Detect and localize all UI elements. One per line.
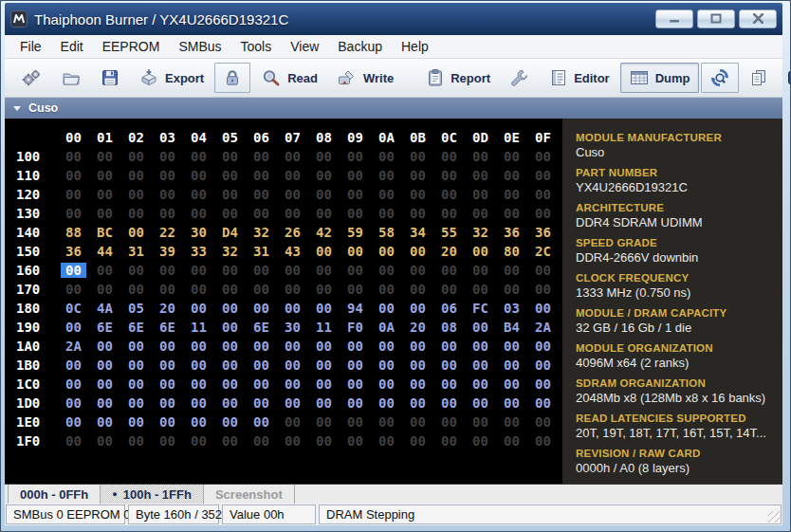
hex-cell[interactable]: 00: [496, 149, 527, 164]
hex-cell[interactable]: 00: [371, 206, 402, 221]
hex-cell[interactable]: 00: [340, 414, 371, 430]
hex-cell[interactable]: 2A: [58, 339, 89, 354]
hex-cell[interactable]: 00: [152, 376, 183, 392]
hex-cell[interactable]: 00: [371, 339, 402, 354]
hex-cell[interactable]: 00: [89, 263, 120, 278]
hex-cell[interactable]: 00: [496, 168, 527, 183]
hex-cell[interactable]: 00: [371, 282, 402, 297]
hex-cell[interactable]: 00: [183, 339, 214, 354]
report-button[interactable]: Report: [417, 63, 499, 93]
hex-cell[interactable]: 00: [433, 358, 465, 373]
editor-button[interactable]: Editor: [541, 63, 618, 93]
hex-cell[interactable]: 00: [496, 187, 527, 202]
hex-cell[interactable]: 00: [465, 339, 496, 354]
hex-cell[interactable]: 00: [496, 433, 527, 449]
hex-cell[interactable]: 6E: [152, 320, 183, 335]
hex-cell[interactable]: 00: [58, 206, 89, 221]
hex-cell[interactable]: 00: [465, 206, 496, 221]
hex-cell[interactable]: 00: [402, 187, 433, 202]
hex-cell[interactable]: 00: [277, 376, 308, 392]
copy-button[interactable]: [741, 63, 777, 93]
hex-cell[interactable]: 94: [340, 301, 371, 316]
hex-cell[interactable]: 00: [214, 187, 246, 202]
hex-cell[interactable]: 00: [308, 263, 340, 278]
save-button[interactable]: [92, 63, 128, 93]
hex-cell[interactable]: 00: [433, 168, 465, 183]
hex-cell[interactable]: 00: [340, 376, 371, 392]
hex-cell[interactable]: 00: [214, 414, 246, 430]
hex-cell[interactable]: 00: [214, 263, 246, 278]
hex-cell[interactable]: 00: [246, 282, 277, 297]
hex-cell[interactable]: 00: [527, 376, 559, 392]
hex-cell[interactable]: FC: [465, 301, 496, 316]
hex-cell[interactable]: 59: [340, 225, 371, 240]
hex-cell[interactable]: 55: [433, 225, 465, 240]
hex-cell[interactable]: 00: [433, 149, 465, 164]
hex-cell[interactable]: 00: [371, 301, 402, 316]
hex-cell[interactable]: 26: [277, 225, 308, 240]
tools-button[interactable]: [501, 63, 539, 93]
hex-cell[interactable]: 00: [214, 301, 246, 316]
hex-cell[interactable]: 00: [89, 358, 120, 373]
settings-button[interactable]: [12, 63, 50, 93]
hex-cell[interactable]: 00: [120, 433, 152, 449]
hex-cell[interactable]: 0A: [371, 320, 402, 335]
hex-cell[interactable]: 00: [433, 339, 465, 354]
hex-cell[interactable]: 08: [433, 320, 465, 335]
hex-cell[interactable]: 00: [340, 168, 371, 183]
hex-cell[interactable]: 00: [402, 168, 433, 183]
hex-cell[interactable]: 00: [371, 376, 402, 392]
hex-cell[interactable]: 00: [465, 244, 496, 259]
hex-cell[interactable]: 00: [527, 149, 559, 164]
hex-cell[interactable]: 00: [89, 206, 120, 221]
hex-cell[interactable]: 22: [152, 225, 183, 240]
hex-cell[interactable]: 00: [58, 187, 89, 202]
hex-cell[interactable]: 00: [340, 149, 371, 164]
hex-cell[interactable]: 00: [465, 187, 496, 202]
hex-cell[interactable]: 00: [527, 282, 559, 297]
hex-cell[interactable]: 00: [277, 339, 308, 354]
hex-cell[interactable]: 00: [277, 168, 308, 183]
hex-cell[interactable]: 00: [527, 263, 559, 278]
hex-cell[interactable]: 00: [433, 433, 465, 449]
export-button[interactable]: Export: [130, 63, 212, 93]
menu-item-backup[interactable]: Backup: [328, 36, 392, 57]
hex-cell[interactable]: 00: [402, 244, 433, 259]
hex-cell[interactable]: 00: [120, 358, 152, 373]
hex-cell[interactable]: 00: [89, 339, 120, 354]
hex-cell[interactable]: 00: [183, 187, 214, 202]
hex-cell[interactable]: 00: [183, 301, 214, 316]
hex-cell[interactable]: 00: [246, 376, 277, 392]
hex-cell[interactable]: 00: [183, 168, 214, 183]
hex-cell[interactable]: 00: [308, 149, 340, 164]
hex-cell[interactable]: 00: [152, 149, 183, 164]
hex-cell[interactable]: 32: [465, 225, 496, 240]
hex-cell-selected[interactable]: 00: [58, 263, 89, 278]
hex-cell[interactable]: 00: [120, 339, 152, 354]
hex-cell[interactable]: 00: [246, 414, 277, 430]
hex-cell[interactable]: 00: [371, 358, 402, 373]
hex-cell[interactable]: 00: [371, 414, 402, 430]
hex-cell[interactable]: 00: [496, 263, 527, 278]
hex-cell[interactable]: 00: [214, 168, 246, 183]
hex-cell[interactable]: 00: [371, 395, 402, 411]
menu-item-edit[interactable]: Edit: [51, 36, 93, 57]
hex-cell[interactable]: 00: [371, 433, 402, 449]
hex-cell[interactable]: 6E: [246, 320, 277, 335]
hex-cell[interactable]: 00: [120, 263, 152, 278]
dump-button[interactable]: Dump: [620, 63, 699, 93]
hex-cell[interactable]: 88: [58, 225, 89, 240]
menu-item-file[interactable]: File: [10, 36, 51, 57]
hex-cell[interactable]: BC: [89, 225, 120, 240]
hex-cell[interactable]: B4: [496, 320, 527, 335]
hex-cell[interactable]: 00: [246, 149, 277, 164]
menu-item-view[interactable]: View: [281, 36, 328, 57]
hex-cell[interactable]: 00: [465, 433, 496, 449]
hex-cell[interactable]: 58: [371, 225, 402, 240]
waveform-button[interactable]: [779, 63, 791, 93]
hex-cell[interactable]: 00: [246, 433, 277, 449]
hex-cell[interactable]: 00: [527, 339, 559, 354]
hex-cell[interactable]: 00: [527, 168, 559, 183]
hex-cell[interactable]: 00: [433, 414, 465, 430]
hex-cell[interactable]: 00: [496, 282, 527, 297]
